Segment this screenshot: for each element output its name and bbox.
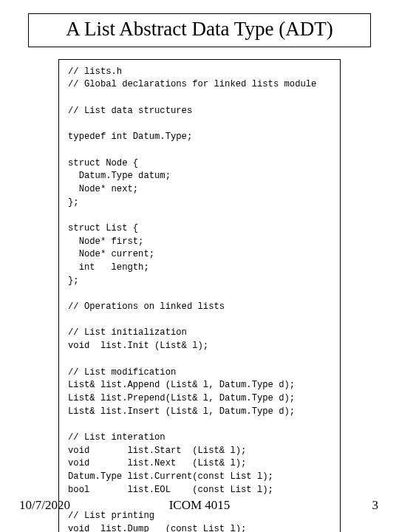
footer-date: 10/7/2020 [19, 498, 70, 513]
slide-title-box: A List Abstract Data Type (ADT) [28, 13, 371, 47]
code-block: // lists.h // Global declarations for li… [58, 59, 341, 532]
slide: A List Abstract Data Type (ADT) // lists… [0, 0, 399, 532]
slide-title: A List Abstract Data Type (ADT) [66, 18, 332, 40]
code-content: // lists.h // Global declarations for li… [68, 66, 331, 532]
footer-page-number: 3 [372, 498, 379, 513]
footer-course: ICOM 4015 [169, 498, 231, 513]
